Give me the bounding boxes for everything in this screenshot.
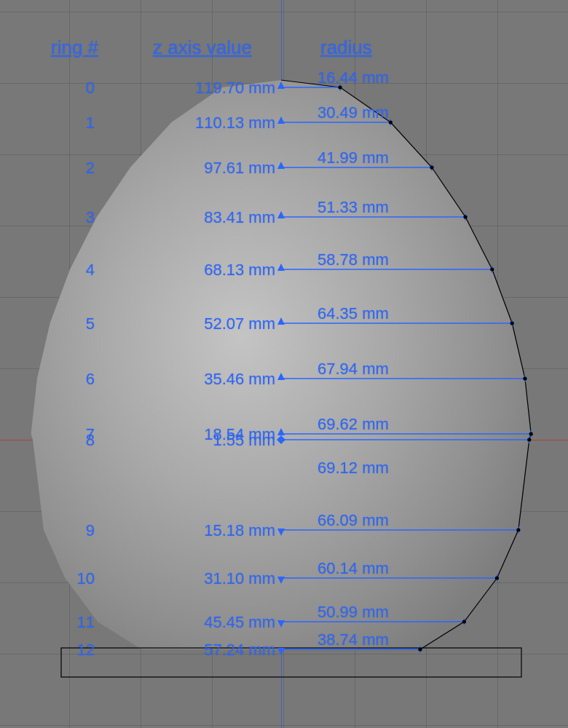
z-value: 52.07 mm bbox=[204, 314, 275, 333]
radius-value: 67.94 mm bbox=[317, 360, 389, 379]
radius-value: 16.44 mm bbox=[317, 68, 389, 87]
ring-number: 2 bbox=[66, 159, 95, 178]
z-value: 119.70 mm bbox=[195, 79, 275, 98]
header-radius: radius bbox=[320, 36, 372, 59]
ring-number: 12 bbox=[66, 641, 95, 660]
ring-number: 8 bbox=[66, 431, 95, 450]
z-value: 97.61 mm bbox=[204, 159, 275, 178]
radius-value: 51.33 mm bbox=[317, 198, 389, 217]
radius-value: 30.49 mm bbox=[317, 103, 389, 122]
z-value: 31.10 mm bbox=[204, 569, 275, 588]
z-value: 68.13 mm bbox=[204, 261, 275, 280]
radius-value: 38.74 mm bbox=[317, 630, 389, 649]
radius-value: 69.12 mm bbox=[317, 459, 389, 478]
header-ring: ring # bbox=[51, 36, 98, 59]
z-value: 1.55 mm bbox=[213, 431, 275, 450]
radius-value: 69.62 mm bbox=[317, 415, 389, 434]
ring-number: 1 bbox=[66, 114, 95, 132]
header-z-axis: z axis value bbox=[153, 36, 252, 59]
radius-value: 60.14 mm bbox=[317, 559, 389, 578]
radius-value: 64.35 mm bbox=[317, 304, 389, 323]
ring-number: 3 bbox=[66, 208, 95, 227]
radius-value: 50.99 mm bbox=[317, 603, 389, 622]
ring-number: 9 bbox=[66, 521, 95, 540]
ring-number: 11 bbox=[66, 613, 95, 632]
radius-value: 58.78 mm bbox=[317, 250, 389, 269]
z-axis bbox=[281, 0, 282, 728]
z-value: 57.24 mm bbox=[204, 641, 275, 660]
ring-number: 10 bbox=[66, 569, 95, 588]
z-value: 110.13 mm bbox=[195, 114, 275, 132]
radius-value: 66.09 mm bbox=[317, 511, 389, 530]
z-value: 83.41 mm bbox=[204, 208, 275, 227]
z-value: 45.45 mm bbox=[204, 613, 275, 632]
radius-value: 41.99 mm bbox=[317, 149, 389, 167]
ring-number: 6 bbox=[66, 370, 95, 389]
ring-number: 4 bbox=[66, 261, 95, 280]
ring-number: 0 bbox=[66, 79, 95, 98]
z-value: 35.46 mm bbox=[204, 370, 275, 389]
z-value: 15.18 mm bbox=[204, 521, 275, 540]
ring-number: 5 bbox=[66, 314, 95, 333]
